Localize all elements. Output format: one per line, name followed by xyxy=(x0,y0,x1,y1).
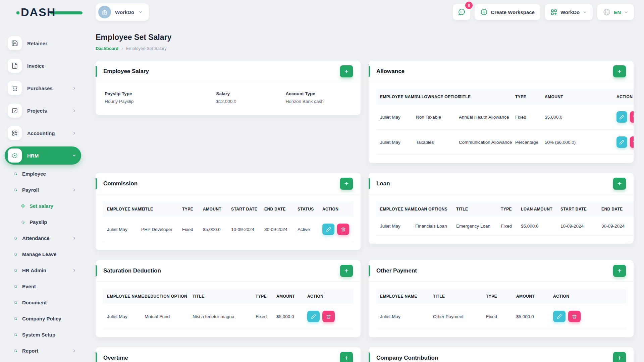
sidebar-subitem-manage-leave[interactable]: Manage Leave xyxy=(5,249,81,259)
table-cell: $5,000.0 xyxy=(512,304,549,329)
field-value: $12,000.0 xyxy=(216,99,286,104)
add-employee-salary-button[interactable]: + xyxy=(340,65,353,77)
sidebar-item-label: Accounting xyxy=(27,130,67,136)
create-workspace-button[interactable]: Create Workspace xyxy=(475,4,540,20)
column-header-amount: AMOUNT xyxy=(541,89,612,105)
language-label: EN xyxy=(614,9,621,15)
table-cell: Juliet May xyxy=(376,217,411,236)
commission-card: Commission + EMPLOYEE NAMETITLETYPEAMOUN… xyxy=(96,173,361,250)
loan-table: EMPLOYEE NAMELOAN OPTIONSTITLETYPELOAN A… xyxy=(369,194,634,244)
sidebar-subitem-label: Event xyxy=(22,284,76,289)
edit-button[interactable] xyxy=(616,136,627,148)
delete-button[interactable] xyxy=(568,311,581,322)
sidebar-item-purchases[interactable]: Purchases xyxy=(5,79,81,97)
sidebar-item-invoice[interactable]: Invoice xyxy=(5,57,81,75)
column-header-employee-name: EMPLOYEE NAME xyxy=(376,289,429,304)
sidebar-item-label: Invoice xyxy=(27,63,78,69)
sidebar-subitem-set-salary[interactable]: Set salary xyxy=(5,201,81,211)
sidebar-item-retainer[interactable]: Retainer xyxy=(5,34,81,52)
card-header: Company Contribution + xyxy=(369,347,634,362)
table-cell: $5,000.0 xyxy=(517,217,556,236)
workspace-selector[interactable]: WorkDo xyxy=(96,3,149,21)
table-cell: Juliet May xyxy=(376,105,412,130)
card-header: Employee Salary + xyxy=(96,61,361,82)
chevron-right-icon xyxy=(72,131,76,135)
card-title: Company Contribution xyxy=(376,355,438,361)
sidebar-item-projects[interactable]: Projects xyxy=(5,102,81,120)
sidebar-subitem-payroll[interactable]: Payroll xyxy=(5,185,81,195)
logo-dot xyxy=(16,11,19,14)
company-contribution-card: Company Contribution + xyxy=(369,347,634,362)
edit-button[interactable] xyxy=(553,311,566,322)
sidebar-subitem-report[interactable]: Report xyxy=(5,346,81,356)
field-value: Horizon Bank cash xyxy=(285,99,353,104)
delete-button[interactable] xyxy=(630,111,634,123)
column-header-type: TYPE xyxy=(511,89,541,105)
action-cell xyxy=(612,105,634,130)
salary-field-payslip-type: Payslip TypeHourly Payslip xyxy=(105,91,216,104)
trash-icon xyxy=(633,115,634,120)
bullet-icon xyxy=(13,333,18,337)
sidebar-subitem-label: Payroll xyxy=(22,187,67,193)
messages-button[interactable]: 0 xyxy=(453,4,470,20)
circle-plus-icon xyxy=(480,8,488,16)
language-selector[interactable]: EN xyxy=(597,4,634,20)
add-other-payment-button[interactable]: + xyxy=(613,265,626,277)
table-cell: Mutual Fund xyxy=(141,304,189,329)
bullet-icon xyxy=(13,316,18,321)
delete-button[interactable] xyxy=(322,311,335,322)
chevron-right-icon xyxy=(72,188,76,192)
chevron-right-icon xyxy=(72,109,76,113)
saturation-deduction-table: EMPLOYEE NAMEDEDUCTION OPTIONTITLETYPEAM… xyxy=(96,282,361,337)
sidebar-subitem-employee[interactable]: Employee xyxy=(5,169,81,179)
add-loan-button[interactable]: + xyxy=(613,178,626,190)
overtime-card: Overtime + xyxy=(96,347,361,362)
table-cell: 10-09-2024 xyxy=(227,217,260,242)
column-header-type: TYPE xyxy=(482,289,512,304)
table-cell: PHP Developer xyxy=(137,217,178,242)
create-workspace-label: Create Workspace xyxy=(491,9,535,15)
sidebar-subitem-attendance[interactable]: Attendance xyxy=(5,233,81,243)
add-company-contribution-button[interactable]: + xyxy=(613,352,626,362)
sidebar-subitem-hr-admin[interactable]: HR Admin xyxy=(5,265,81,275)
card-header: Overtime + xyxy=(96,347,361,362)
column-header-title: TITLE xyxy=(137,201,178,217)
sidebar-subitem-document[interactable]: Document xyxy=(5,298,81,307)
add-overtime-button[interactable]: + xyxy=(340,352,353,362)
edit-button[interactable] xyxy=(307,311,320,322)
employee-salary-fields: Payslip TypeHourly PayslipSalary$12,000.… xyxy=(96,82,361,115)
workdo-menu-button[interactable]: WorkDo xyxy=(545,4,593,20)
sidebar-item-accounting[interactable]: Accounting xyxy=(5,124,81,142)
delete-button[interactable] xyxy=(337,224,349,235)
table-cell: Non Taxable xyxy=(412,105,455,130)
edit-button[interactable] xyxy=(616,111,627,123)
other-payment-table: EMPLOYEE NAMETITLETYPEAMOUNTACTIONJuliet… xyxy=(369,282,634,337)
breadcrumb-dashboard-link[interactable]: Dashboard xyxy=(96,46,118,51)
card-title: Allowance xyxy=(376,68,405,75)
column-header-type: TYPE xyxy=(178,201,199,217)
sidebar-subitem-system-setup[interactable]: System Setup xyxy=(5,330,81,340)
add-commission-button[interactable]: + xyxy=(340,178,353,190)
delete-button[interactable] xyxy=(630,136,634,148)
edit-button[interactable] xyxy=(322,224,334,235)
add-saturation-deduction-button[interactable]: + xyxy=(340,265,353,277)
column-header-title: TITLE xyxy=(429,289,482,304)
table-cell: 30-09-2024 xyxy=(597,217,634,236)
sidebar-item-hrm[interactable]: HRM xyxy=(5,146,81,165)
sidebar-subitem-company-policy[interactable]: Company Policy xyxy=(5,314,81,323)
sidebar-item-label: Retainer xyxy=(27,41,78,46)
table-cell: Juliet May xyxy=(103,217,137,242)
topbar-actions: 0 Create Workspace WorkDo EN xyxy=(453,4,634,20)
card-title: Commission xyxy=(103,180,138,187)
hrm-icon xyxy=(8,148,22,163)
sidebar-item-label: HRM xyxy=(27,153,66,159)
messages-badge: 0 xyxy=(465,2,473,9)
add-allowance-button[interactable]: + xyxy=(613,65,626,77)
card-title: Other Payment xyxy=(376,267,417,274)
field-label: Salary xyxy=(216,91,286,96)
action-cell xyxy=(549,304,626,329)
column-header-start-date: START DATE xyxy=(556,201,597,217)
sidebar-subitem-event[interactable]: Event xyxy=(5,282,81,291)
sidebar-subitem-payslip[interactable]: Payslip xyxy=(5,217,81,227)
saturation-deduction-card: Saturation Deduction + EMPLOYEE NAMEDEDU… xyxy=(96,260,361,337)
